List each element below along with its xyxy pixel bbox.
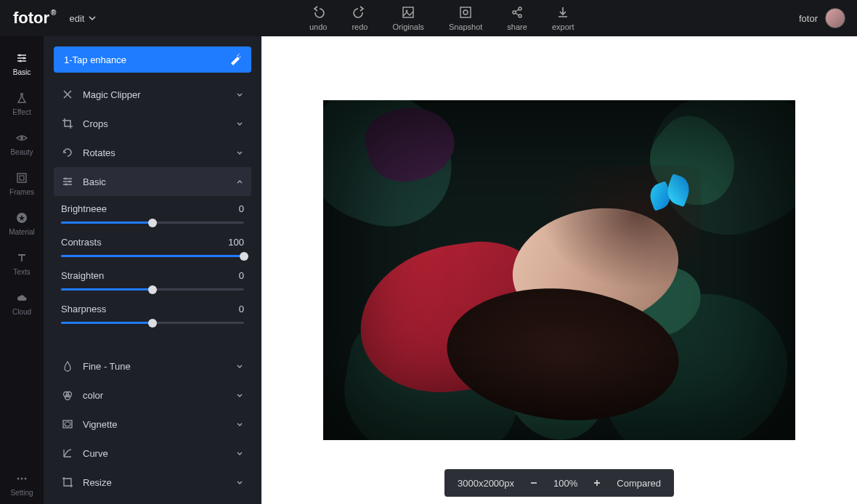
- canvas-area: 3000x2000px 100% Compared: [261, 36, 857, 504]
- svg-rect-11: [17, 174, 26, 182]
- svg-point-9: [20, 60, 22, 62]
- nav-material-label: Material: [9, 228, 35, 236]
- share-button[interactable]: share: [507, 5, 527, 31]
- image-preview[interactable]: [323, 100, 795, 440]
- export-button[interactable]: export: [552, 5, 574, 31]
- compared-button[interactable]: Compared: [617, 478, 661, 489]
- slider-thumb[interactable]: [240, 252, 248, 261]
- avatar[interactable]: [825, 8, 845, 28]
- chevron-down-icon: [235, 391, 244, 399]
- contrasts-label: Contrasts: [61, 237, 102, 248]
- sliders-icon: [61, 176, 74, 187]
- row-crops[interactable]: Crops: [54, 109, 251, 138]
- redo-icon: [352, 5, 367, 20]
- originals-label: Originals: [392, 23, 423, 31]
- vignette-icon: [61, 418, 74, 430]
- straighten-track[interactable]: [61, 288, 244, 290]
- nav-basic[interactable]: Basic: [0, 44, 44, 84]
- slider-thumb[interactable]: [148, 319, 157, 328]
- originals-button[interactable]: Originals: [392, 5, 423, 31]
- undo-button[interactable]: undo: [309, 5, 327, 31]
- svg-point-19: [65, 184, 68, 186]
- app-header: fotor® edit undo redo Originals Snapshot: [0, 0, 857, 36]
- export-label: export: [552, 23, 574, 31]
- contrasts-track[interactable]: [61, 255, 244, 257]
- sharpness-track[interactable]: [61, 322, 244, 324]
- slider-contrasts[interactable]: Contrasts 100: [61, 237, 244, 257]
- brightness-value: 0: [239, 203, 244, 214]
- redo-button[interactable]: redo: [352, 5, 367, 31]
- contrasts-value: 100: [228, 237, 244, 248]
- svg-point-15: [21, 478, 23, 480]
- zoom-in-button[interactable]: [590, 476, 604, 489]
- droplet-icon: [61, 360, 74, 372]
- nav-cloud-label: Cloud: [12, 308, 31, 316]
- chevron-up-icon: [235, 177, 244, 186]
- row-fine-tune[interactable]: Fine - Tune: [54, 351, 251, 381]
- eye-icon: [15, 131, 29, 145]
- nav-frames[interactable]: Frames: [0, 163, 44, 203]
- row-vignette[interactable]: Vignette: [54, 410, 251, 439]
- nav-setting-label: Setting: [10, 489, 33, 497]
- row-resize[interactable]: Resize: [54, 468, 251, 497]
- header-toolbar: undo redo Originals Snapshot share expor…: [96, 5, 787, 31]
- one-tap-enhance-button[interactable]: 1-Tap enhance: [54, 46, 251, 73]
- image-icon: [401, 5, 415, 20]
- zoom-bar: 3000x2000px 100% Compared: [444, 469, 674, 497]
- svg-rect-0: [403, 7, 413, 17]
- row-rotates[interactable]: Rotates: [54, 138, 251, 167]
- nav-material[interactable]: Material: [0, 203, 44, 243]
- nav-basic-label: Basic: [13, 68, 31, 76]
- nav-beauty[interactable]: Beauty: [0, 123, 44, 163]
- svg-point-18: [69, 181, 71, 183]
- chevron-down-icon: [235, 90, 244, 99]
- user-name: fotor: [799, 13, 818, 24]
- svg-point-8: [23, 57, 25, 60]
- undo-label: undo: [309, 23, 327, 31]
- color-label: color: [83, 390, 235, 401]
- row-basic[interactable]: Basic: [54, 167, 251, 196]
- brightness-track[interactable]: [61, 221, 244, 224]
- slider-brightness[interactable]: Brightneee 0: [61, 203, 244, 224]
- snapshot-button[interactable]: Snapshot: [449, 5, 482, 31]
- flask-icon: [15, 91, 29, 105]
- nav-texts-label: Texts: [13, 268, 30, 276]
- nav-frames-label: Frames: [9, 188, 34, 196]
- camera-icon: [458, 5, 473, 20]
- star-circle-icon: [15, 211, 29, 225]
- fine-tune-label: Fine - Tune: [83, 361, 235, 372]
- undo-icon: [311, 5, 325, 20]
- row-color[interactable]: color: [54, 381, 251, 410]
- nav-setting[interactable]: Setting: [0, 464, 44, 504]
- row-magic-clipper[interactable]: Magic Clipper: [54, 80, 251, 109]
- svg-rect-2: [460, 7, 471, 17]
- svg-point-10: [20, 137, 23, 139]
- chevron-down-icon: [235, 148, 244, 157]
- svg-point-7: [19, 54, 21, 57]
- zoom-out-button[interactable]: [527, 476, 540, 489]
- image-dimensions: 3000x2000px: [458, 478, 514, 489]
- mode-dropdown[interactable]: edit: [69, 13, 96, 24]
- slider-straighten[interactable]: Straighten 0: [61, 270, 244, 290]
- chevron-down-icon: [235, 362, 244, 370]
- nav-effect-label: Effect: [12, 108, 31, 116]
- user-area: fotor: [787, 8, 857, 28]
- dots-icon: [15, 471, 29, 486]
- color-icon: [61, 389, 74, 401]
- scissors-icon: [61, 89, 74, 100]
- slider-thumb[interactable]: [148, 219, 157, 227]
- wand-icon: [230, 54, 241, 65]
- slider-thumb[interactable]: [148, 285, 157, 294]
- curve-icon: [61, 447, 74, 459]
- nav-effect[interactable]: Effect: [0, 84, 44, 123]
- basic-sliders: Brightneee 0 Contrasts 100 Straighten: [54, 196, 251, 351]
- chevron-down-icon: [235, 478, 244, 487]
- share-label: share: [507, 23, 527, 31]
- svg-rect-12: [20, 176, 24, 180]
- nav-texts[interactable]: Texts: [0, 243, 44, 283]
- nav-cloud[interactable]: Cloud: [0, 283, 44, 323]
- row-curve[interactable]: Curve: [54, 439, 251, 468]
- slider-sharpness[interactable]: Sharpness 0: [61, 304, 244, 324]
- crops-label: Crops: [83, 118, 235, 129]
- resize-icon: [61, 476, 74, 488]
